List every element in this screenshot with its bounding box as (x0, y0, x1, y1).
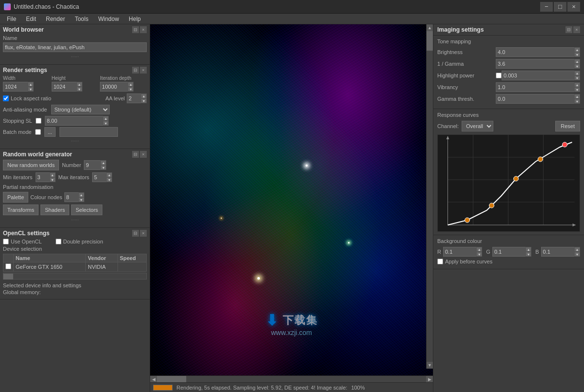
g-down[interactable]: ▼ (526, 252, 531, 257)
colour-nodes-up[interactable]: ▲ (78, 192, 84, 197)
brightness-input[interactable] (496, 47, 575, 57)
gamma-up[interactable]: ▲ (574, 59, 580, 64)
bg-colour-rgb-row: R ▲ ▼ G ▲ ▼ B (437, 247, 580, 257)
aa-level-input[interactable] (127, 93, 141, 103)
brightness-down[interactable]: ▼ (574, 52, 580, 57)
number-down[interactable]: ▼ (100, 165, 106, 170)
min-iter-down[interactable]: ▼ (50, 177, 56, 182)
highlight-power-input[interactable] (502, 71, 575, 80)
number-input[interactable] (84, 160, 101, 170)
width-input[interactable] (3, 82, 28, 92)
reset-button[interactable]: Reset (555, 121, 580, 131)
gamma-thresh-down[interactable]: ▼ (574, 99, 580, 104)
device-checkbox[interactable] (5, 263, 11, 269)
stopping-sl-checkbox[interactable] (36, 118, 41, 124)
aa-level-down[interactable]: ▼ (141, 98, 147, 103)
iter-depth-input[interactable] (100, 82, 128, 92)
batch-mode-checkbox[interactable] (35, 129, 41, 135)
batch-mode-dots-button[interactable]: ... (44, 127, 56, 137)
width-up[interactable]: ▲ (28, 82, 34, 87)
colour-nodes-down[interactable]: ▼ (78, 197, 84, 202)
menu-help[interactable]: Help (124, 15, 146, 23)
gamma-thresh-up[interactable]: ▲ (574, 94, 580, 99)
gamma-input[interactable] (496, 59, 575, 69)
gamma-down[interactable]: ▼ (574, 64, 580, 69)
apply-before-curves-checkbox[interactable] (437, 259, 443, 264)
transforms-button[interactable]: Transforms (3, 205, 39, 215)
canvas-horizontal-scrollbar[interactable]: ◀ ▶ (150, 375, 433, 382)
g-input[interactable] (492, 247, 526, 257)
stopping-sl-up[interactable]: ▲ (103, 116, 109, 121)
r-up[interactable]: ▲ (476, 247, 482, 252)
antialiasing-select[interactable]: Strong (default) None Low Medium Very st… (51, 105, 110, 114)
max-iter-input[interactable] (92, 172, 107, 182)
scroll-right-button[interactable]: ▶ (426, 376, 433, 383)
menu-window[interactable]: Window (93, 15, 124, 23)
r-down[interactable]: ▼ (476, 252, 482, 257)
world-browser-icon2[interactable]: × (140, 26, 147, 33)
menu-file[interactable]: File (2, 15, 21, 23)
canvas-vertical-scrollbar[interactable]: ▲ ▼ (426, 24, 433, 369)
menu-edit[interactable]: Edit (21, 15, 41, 23)
title-bar-left: Untitled.chaos - Chaotica (4, 3, 79, 10)
vibrancy-input[interactable] (496, 82, 575, 92)
use-opencl-checkbox[interactable] (3, 239, 9, 244)
random-world-icon2[interactable]: × (140, 151, 147, 158)
b-down[interactable]: ▼ (574, 252, 580, 257)
width-down[interactable]: ▼ (28, 87, 34, 92)
lock-aspect-checkbox[interactable] (3, 95, 9, 101)
minimize-button[interactable]: − (540, 2, 553, 12)
world-browser-icon1[interactable]: ⊟ (132, 26, 139, 33)
height-input[interactable] (52, 82, 77, 92)
r-input[interactable] (443, 247, 477, 257)
channel-select[interactable]: Overall Red Green Blue (462, 121, 493, 131)
menu-render[interactable]: Render (41, 15, 70, 23)
height-down[interactable]: ▼ (77, 87, 82, 92)
height-up[interactable]: ▲ (77, 82, 82, 87)
number-up[interactable]: ▲ (100, 160, 106, 165)
b-up[interactable]: ▲ (574, 247, 580, 252)
gamma-thresh-input[interactable] (496, 94, 575, 104)
render-settings-icon1[interactable]: ⊟ (132, 67, 139, 74)
vibrancy-down[interactable]: ▼ (574, 87, 580, 92)
scroll-left-button[interactable]: ◀ (150, 376, 157, 383)
table-scroll[interactable] (3, 273, 147, 280)
opencl-icon1[interactable]: ⊟ (132, 230, 139, 237)
stopping-sl-row: Stopping SL ▲ ▼ (3, 116, 147, 126)
aa-level-up[interactable]: ▲ (141, 93, 147, 98)
colour-nodes-input[interactable] (64, 192, 79, 202)
scroll-down-button[interactable]: ▼ (427, 362, 433, 369)
new-random-worlds-button[interactable]: New random worlds (3, 160, 59, 170)
min-iter-input[interactable] (36, 172, 50, 182)
scroll-up-button[interactable]: ▲ (427, 24, 433, 31)
iter-depth-up[interactable]: ▲ (128, 82, 134, 87)
random-world-icon1[interactable]: ⊟ (132, 151, 139, 158)
close-button[interactable]: × (567, 2, 580, 12)
double-precision-checkbox[interactable] (56, 239, 61, 244)
highlight-power-up[interactable]: ▲ (574, 71, 580, 75)
selectors-button[interactable]: Selectors (71, 205, 102, 215)
maximize-button[interactable]: □ (554, 2, 566, 12)
imaging-settings-icon2[interactable]: × (573, 26, 580, 33)
vibrancy-up[interactable]: ▲ (574, 82, 580, 87)
opencl-icons: ⊟ × (132, 230, 147, 237)
min-iter-up[interactable]: ▲ (50, 172, 56, 177)
menu-tools[interactable]: Tools (70, 15, 93, 23)
opencl-icon2[interactable]: × (140, 230, 147, 237)
max-iter-up[interactable]: ▲ (106, 172, 112, 177)
stopping-sl-down[interactable]: ▼ (103, 121, 109, 126)
imaging-settings-icon1[interactable]: ⊟ (565, 26, 572, 33)
max-iter-down[interactable]: ▼ (106, 177, 112, 182)
batch-mode-input[interactable] (59, 127, 118, 137)
palette-button[interactable]: Palette (3, 192, 28, 203)
highlight-power-down[interactable]: ▼ (574, 75, 580, 80)
stopping-sl-input[interactable] (45, 116, 103, 126)
iter-depth-down[interactable]: ▼ (128, 87, 134, 92)
highlight-power-checkbox[interactable] (496, 73, 502, 78)
brightness-up[interactable]: ▲ (574, 47, 580, 52)
render-settings-icon2[interactable]: × (140, 67, 147, 74)
shaders-button[interactable]: Shaders (40, 205, 69, 215)
g-up[interactable]: ▲ (526, 247, 531, 252)
world-name-input[interactable] (3, 42, 147, 52)
b-input[interactable] (541, 247, 575, 257)
